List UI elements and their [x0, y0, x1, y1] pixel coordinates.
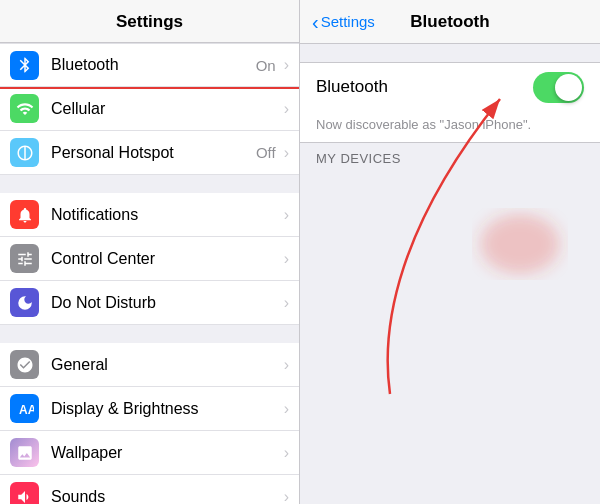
- sidebar-item-sounds[interactable]: Sounds ›: [0, 475, 299, 504]
- sidebar-item-do-not-disturb[interactable]: Do Not Disturb ›: [0, 281, 299, 325]
- hotspot-icon: [10, 138, 39, 167]
- toggle-knob: [555, 74, 582, 101]
- divider-2: [0, 325, 299, 343]
- sounds-label: Sounds: [51, 488, 282, 505]
- svg-text:AA: AA: [19, 402, 34, 416]
- wallpaper-chevron: ›: [284, 444, 289, 462]
- do-not-disturb-label: Do Not Disturb: [51, 294, 282, 312]
- sidebar-item-wallpaper[interactable]: Wallpaper ›: [0, 431, 299, 475]
- sidebar-item-cellular[interactable]: Cellular ›: [0, 87, 299, 131]
- bluetooth-chevron: ›: [284, 56, 289, 74]
- notifications-chevron: ›: [284, 206, 289, 224]
- sidebar-item-control-center[interactable]: Control Center ›: [0, 237, 299, 281]
- hotspot-label: Personal Hotspot: [51, 144, 256, 162]
- settings-list: Bluetooth On › Cellular › Personal Hotsp…: [0, 43, 299, 504]
- control-center-icon: [10, 244, 39, 273]
- sounds-icon: [10, 482, 39, 504]
- sidebar-item-notifications[interactable]: Notifications ›: [0, 193, 299, 237]
- control-center-chevron: ›: [284, 250, 289, 268]
- settings-left-panel: Settings Bluetooth On › Cellular › Perso…: [0, 0, 300, 504]
- sidebar-item-display[interactable]: AA Display & Brightness ›: [0, 387, 299, 431]
- back-label: Settings: [321, 13, 375, 30]
- wallpaper-icon: [10, 438, 39, 467]
- left-header: Settings: [0, 0, 299, 43]
- do-not-disturb-icon: [10, 288, 39, 317]
- display-icon: AA: [10, 394, 39, 423]
- sidebar-item-bluetooth[interactable]: Bluetooth On ›: [0, 43, 299, 87]
- right-header: ‹ Settings Bluetooth: [300, 0, 600, 44]
- notifications-icon: [10, 200, 39, 229]
- wallpaper-label: Wallpaper: [51, 444, 282, 462]
- hotspot-value: Off: [256, 144, 276, 161]
- display-chevron: ›: [284, 400, 289, 418]
- hotspot-chevron: ›: [284, 144, 289, 162]
- bluetooth-setting-label: Bluetooth: [316, 77, 533, 97]
- cellular-icon: [10, 94, 39, 123]
- back-button[interactable]: ‹ Settings: [312, 12, 375, 32]
- discoverable-text: Now discoverable as "Jason iPhone".: [300, 111, 600, 142]
- cellular-label: Cellular: [51, 100, 282, 118]
- display-label: Display & Brightness: [51, 400, 282, 418]
- general-chevron: ›: [284, 356, 289, 374]
- general-icon: [10, 350, 39, 379]
- notifications-label: Notifications: [51, 206, 282, 224]
- bluetooth-label: Bluetooth: [51, 56, 256, 74]
- bluetooth-section: Bluetooth Now discoverable as "Jason iPh…: [300, 62, 600, 143]
- control-center-label: Control Center: [51, 250, 282, 268]
- bluetooth-toggle-row: Bluetooth: [300, 63, 600, 111]
- right-content: Bluetooth Now discoverable as "Jason iPh…: [300, 44, 600, 504]
- bluetooth-value: On: [256, 57, 276, 74]
- back-chevron-icon: ‹: [312, 12, 319, 32]
- bluetooth-toggle[interactable]: [533, 72, 584, 103]
- right-panel-title: Bluetooth: [410, 12, 489, 32]
- bluetooth-right-panel: ‹ Settings Bluetooth Bluetooth Now disco…: [300, 0, 600, 504]
- bluetooth-icon: [10, 51, 39, 80]
- svg-point-2: [480, 214, 560, 274]
- left-header-title: Settings: [116, 12, 183, 31]
- do-not-disturb-chevron: ›: [284, 294, 289, 312]
- my-devices-header: MY DEVICES: [300, 143, 600, 172]
- general-label: General: [51, 356, 282, 374]
- cellular-chevron: ›: [284, 100, 289, 118]
- sidebar-item-general[interactable]: General ›: [0, 343, 299, 387]
- sidebar-item-hotspot[interactable]: Personal Hotspot Off ›: [0, 131, 299, 175]
- sounds-chevron: ›: [284, 488, 289, 505]
- divider-1: [0, 175, 299, 193]
